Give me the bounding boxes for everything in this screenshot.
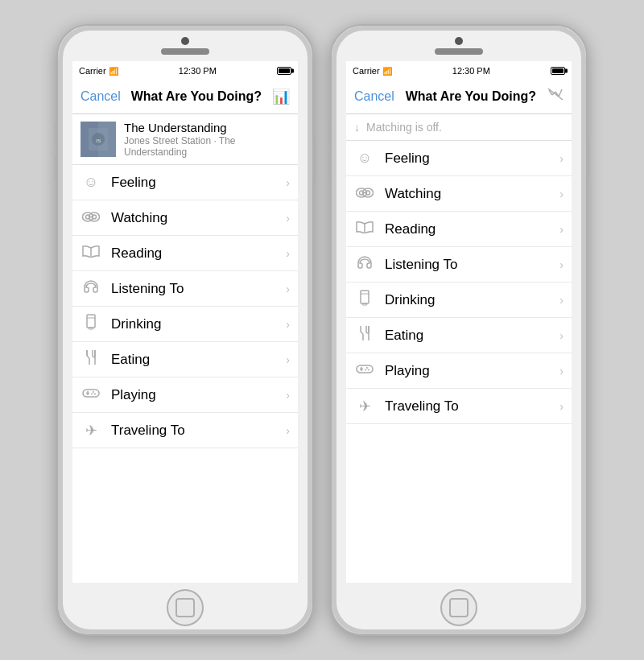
- activity-list-2: ☺ Feeling › Watching: [346, 141, 572, 424]
- battery-icon: [277, 67, 291, 75]
- playing-icon-1: [80, 386, 101, 403]
- chevron-reading-2: ›: [559, 223, 564, 236]
- chevron-watching-2: ›: [559, 188, 564, 200]
- cancel-button-2[interactable]: Cancel: [354, 89, 394, 104]
- list-item-watching-1[interactable]: Watching ›: [72, 200, 298, 236]
- drinking-label-1: Drinking: [111, 316, 276, 332]
- list-item-feeling-1[interactable]: ☺ Feeling ›: [72, 165, 298, 200]
- eating-label-2: Eating: [385, 328, 550, 344]
- side-button-power-2: [586, 138, 589, 179]
- carrier-label-2: Carrier 📶: [353, 66, 392, 76]
- feeling-label-1: Feeling: [111, 175, 276, 191]
- svg-point-22: [93, 391, 94, 393]
- list-item-traveling-1[interactable]: ✈ Traveling To ›: [72, 413, 298, 448]
- traveling-label-1: Traveling To: [111, 423, 276, 439]
- chevron-watching-1: ›: [286, 212, 290, 225]
- carrier-label: Carrier 📶: [79, 66, 118, 76]
- nav-title-2: What Are You Doing?: [406, 89, 536, 104]
- watching-icon-1: [80, 209, 101, 226]
- list-item-listening-1[interactable]: Listening To ›: [72, 271, 298, 307]
- listening-icon-2: [354, 255, 375, 274]
- phone-speaker: [161, 48, 209, 55]
- chevron-eating-1: ›: [286, 353, 290, 366]
- listening-label-1: Listening To: [111, 281, 276, 297]
- status-bar-2: Carrier 📶 12:30 PM: [346, 61, 572, 79]
- chevron-feeling-1: ›: [286, 176, 290, 189]
- svg-rect-36: [361, 291, 369, 303]
- list-item-listening-2[interactable]: Listening To ›: [346, 247, 572, 283]
- chevron-listening-2: ›: [559, 258, 564, 271]
- chevron-listening-1: ›: [286, 283, 290, 295]
- activity-list-1: ☺ Feeling › Watching: [72, 165, 298, 448]
- list-item-reading-2[interactable]: Reading ›: [346, 212, 572, 247]
- nav-title-1: What Are You Doing?: [131, 89, 262, 104]
- drinking-label-2: Drinking: [385, 292, 550, 308]
- music-info: The Understanding Jones Street Station ·…: [124, 121, 290, 158]
- feeling-icon-2: ☺: [354, 150, 375, 167]
- home-button-1[interactable]: [167, 589, 204, 626]
- front-camera: [181, 37, 189, 45]
- wifi-icon: 📶: [109, 67, 118, 76]
- matching-off-text: Matching is off.: [366, 121, 442, 134]
- svg-point-46: [366, 367, 368, 369]
- chevron-playing-2: ›: [559, 365, 564, 377]
- listening-icon-1: [80, 279, 101, 298]
- list-item-watching-2[interactable]: Watching ›: [346, 176, 572, 212]
- music-subtitle: Jones Street Station · The Understanding: [124, 135, 290, 158]
- phone-2-screen: Carrier 📶 12:30 PM Cancel What Are You D…: [346, 61, 572, 583]
- list-item-playing-1[interactable]: Playing ›: [72, 377, 298, 413]
- reading-label-1: Reading: [111, 245, 276, 262]
- side-button-mute: [55, 122, 58, 145]
- svg-rect-19: [83, 390, 99, 397]
- music-item[interactable]: JS The Understanding Jones Street Statio…: [72, 114, 298, 165]
- feeling-icon-1: ☺: [80, 174, 101, 191]
- chevron-playing-1: ›: [286, 389, 290, 402]
- svg-line-40: [361, 332, 363, 334]
- list-item-feeling-2[interactable]: ☺ Feeling ›: [346, 141, 572, 176]
- chevron-drinking-2: ›: [559, 294, 564, 307]
- chart-disabled-icon-2[interactable]: [547, 87, 564, 105]
- list-item-drinking-2[interactable]: Drinking ›: [346, 283, 572, 318]
- list-item-playing-2[interactable]: Playing ›: [346, 353, 572, 389]
- svg-point-47: [368, 369, 369, 371]
- list-item-drinking-1[interactable]: Drinking ›: [72, 307, 298, 342]
- album-art-image: JS: [80, 122, 116, 157]
- time-label-2: 12:30 PM: [452, 66, 490, 76]
- cancel-button-1[interactable]: Cancel: [80, 89, 121, 104]
- matching-arrow-icon: ↓: [354, 121, 360, 134]
- chevron-traveling-2: ›: [559, 400, 564, 413]
- watching-label-2: Watching: [385, 186, 550, 202]
- chevron-feeling-2: ›: [559, 152, 564, 165]
- reading-icon-1: [80, 245, 101, 262]
- front-camera-2: [455, 37, 463, 45]
- svg-rect-43: [357, 365, 373, 373]
- chevron-eating-2: ›: [559, 329, 564, 342]
- list-item-eating-1[interactable]: Eating ›: [72, 342, 298, 377]
- svg-text:JS: JS: [96, 138, 101, 144]
- chevron-traveling-1: ›: [286, 424, 290, 437]
- nav-bar-2: Cancel What Are You Doing?: [346, 79, 572, 114]
- matching-off-banner: ↓ Matching is off.: [346, 114, 572, 141]
- svg-line-28: [559, 89, 562, 97]
- list-item-traveling-2[interactable]: ✈ Traveling To ›: [346, 389, 572, 424]
- status-bar-1: Carrier 📶 12:30 PM: [72, 61, 298, 79]
- svg-line-29: [548, 89, 563, 100]
- traveling-label-2: Traveling To: [385, 398, 550, 415]
- svg-rect-13: [89, 328, 93, 329]
- time-label: 12:30 PM: [179, 66, 217, 76]
- svg-rect-38: [362, 303, 367, 305]
- svg-line-15: [87, 356, 89, 358]
- chart-icon-1[interactable]: 📊: [272, 88, 290, 105]
- list-item-eating-2[interactable]: Eating ›: [346, 318, 572, 353]
- feeling-label-2: Feeling: [385, 151, 550, 167]
- home-button-2[interactable]: [440, 589, 477, 626]
- wifi-icon-2: 📶: [382, 67, 392, 76]
- traveling-icon-2: ✈: [354, 398, 375, 415]
- traveling-icon-1: ✈: [80, 422, 101, 439]
- battery-area-2: [551, 67, 565, 75]
- eating-label-1: Eating: [111, 352, 276, 368]
- list-item-reading-1[interactable]: Reading ›: [72, 236, 298, 271]
- drinking-icon-1: [80, 314, 101, 334]
- side-button-volume: [55, 156, 58, 179]
- side-button-power: [312, 138, 316, 179]
